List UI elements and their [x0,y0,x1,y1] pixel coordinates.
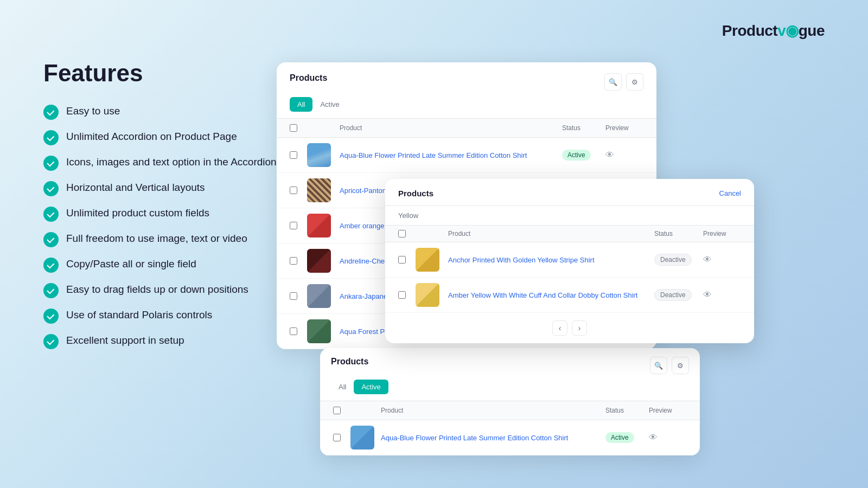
row-checkbox[interactable] [290,328,297,335]
bottom-search-button[interactable]: 🔍 [650,357,667,374]
modal-pagination: ‹ › [385,313,754,343]
product-thumbnail [307,284,331,308]
product-thumbnail [307,249,331,273]
features-section: Features Easy to use Unlimited Accordion… [43,60,298,349]
modal-panel: Products Cancel Yellow Product Status Pr… [385,179,754,343]
bottom-preview-cell: 👁 [649,433,687,442]
main-tabs: AllActive [290,97,643,112]
main-table-header: Product Status Preview [277,119,656,138]
modal-table-row: Anchor Printed With Golden Yellow Stripe… [385,242,754,278]
feature-text: Horizontal and Vertical layouts [66,181,205,195]
logo-leaf: ◉ [786,22,799,39]
bottom-row-checkbox[interactable] [333,434,341,441]
feature-text: Unlimited Accordion on Product Page [66,130,237,144]
feature-text: Unlimited product custom fields [66,206,209,221]
tab-all[interactable]: All [290,97,312,112]
col-status: Status [562,124,605,132]
modal-row-checkbox[interactable] [398,291,406,299]
check-icon [43,309,59,324]
row-checkbox-cell [290,222,307,229]
check-icon [43,156,59,171]
modal-row-checkbox[interactable] [398,256,406,264]
feature-text: Excellent support in setup [66,333,184,348]
product-thumbnail [307,214,331,237]
modal-product-thumbnail [416,283,439,307]
feature-item: Copy/Paste all or single field [43,257,298,273]
preview-icon[interactable]: 👁 [605,150,614,159]
bottom-table-body: Aqua-Blue Flower Printed Late Summer Edi… [320,420,700,455]
modal-col-preview: Preview [703,230,741,237]
modal-select-all[interactable] [398,230,406,237]
product-thumbnail [307,319,331,343]
bottom-filter-button[interactable]: ⚙ [672,357,689,374]
main-panel-title: Products [290,73,327,83]
bottom-tab-active[interactable]: Active [354,380,388,394]
check-icon [43,258,59,273]
modal-product-name[interactable]: Amber Yellow With White Cuff And Collar … [448,291,654,299]
panel-actions: 🔍 ⚙ [604,73,643,91]
feature-text: Use of standard Polaris controls [66,308,212,323]
logo: Productv◉gue [722,22,825,40]
modal-row-checkbox-cell [398,291,416,299]
check-icon [43,207,59,222]
feature-text: Icons, images and text option in the Acc… [66,155,277,170]
product-thumbnail [307,143,331,167]
product-name[interactable]: Aqua-Blue Flower Printed Late Summer Edi… [340,151,562,159]
feature-item: Icons, images and text option in the Acc… [43,155,298,171]
check-icon [43,334,59,349]
check-icon [43,181,59,196]
bottom-status-cell: Active [605,432,649,443]
tab-active[interactable]: Active [312,97,347,112]
row-checkbox[interactable] [290,292,297,300]
bottom-tab-all[interactable]: All [331,380,354,394]
product-thumbnail [307,178,331,202]
row-checkbox[interactable] [290,151,297,159]
bottom-product-thumbnail [350,426,374,450]
row-checkbox-cell [290,187,307,194]
bottom-col-product: Product [381,407,605,414]
bottom-panel-actions: 🔍 ⚙ [650,357,689,374]
col-thumb [307,124,340,132]
col-product: Product [340,124,562,132]
feature-item: Easy to use [43,104,298,120]
modal-row-checkbox-cell [398,256,416,264]
search-button[interactable]: 🔍 [604,73,622,91]
feature-item: Excellent support in setup [43,333,298,349]
cancel-button[interactable]: Cancel [719,189,741,197]
modal-header: Products Cancel [385,179,754,206]
status-badge: Active [562,150,591,160]
feature-item: Unlimited Accordion on Product Page [43,130,298,145]
feature-item: Unlimited product custom fields [43,206,298,222]
row-checkbox-cell [290,328,307,335]
bottom-panel-header: Products 🔍 ⚙ AllActive [320,348,700,401]
next-page-button[interactable]: › [572,320,587,336]
check-icon [43,283,59,298]
modal-preview-icon[interactable]: 👁 [703,255,712,264]
row-checkbox[interactable] [290,257,297,265]
modal-title: Products [398,189,433,198]
modal-table-header: Product Status Preview [385,226,754,242]
check-icon [43,130,59,145]
modal-preview-cell: 👁 [703,255,741,265]
bottom-preview-icon[interactable]: 👁 [649,433,658,442]
feature-text: Full freedom to use image, text or video [66,232,247,246]
bottom-product-name[interactable]: Aqua-Blue Flower Printed Late Summer Edi… [381,434,605,442]
feature-item: Full freedom to use image, text or video [43,232,298,247]
modal-status-badge: Deactive [654,254,692,266]
select-all-checkbox[interactable] [290,124,297,132]
modal-col-product: Product [448,230,654,237]
modal-product-name[interactable]: Anchor Printed With Golden Yellow Stripe… [448,256,654,264]
bottom-select-all[interactable] [333,407,341,414]
bottom-col-status: Status [605,407,649,414]
prev-page-button[interactable]: ‹ [552,320,567,336]
bottom-products-panel: Products 🔍 ⚙ AllActive Product Status Pr… [320,348,700,455]
check-icon [43,105,59,120]
check-icon [43,232,59,247]
row-checkbox[interactable] [290,187,297,194]
bottom-table-row: Aqua-Blue Flower Printed Late Summer Edi… [320,420,700,455]
modal-preview-icon[interactable]: 👁 [703,290,712,299]
row-checkbox[interactable] [290,222,297,229]
modal-preview-cell: 👁 [703,290,741,300]
filter-button[interactable]: ⚙ [626,73,643,91]
feature-item: Horizontal and Vertical layouts [43,181,298,196]
